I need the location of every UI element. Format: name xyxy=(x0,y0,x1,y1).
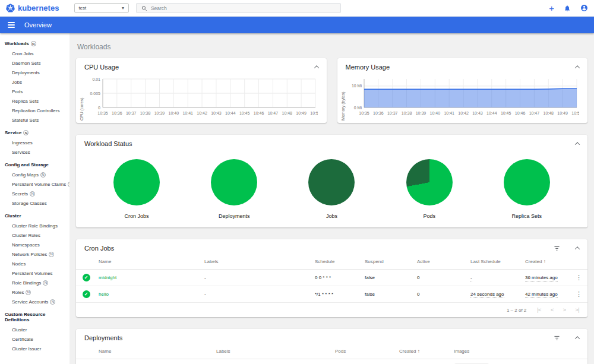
column-header-pods[interactable]: Pods xyxy=(333,344,397,359)
table-row[interactable]: ✓midnight-0 0 * * *false0-36 minutes ago… xyxy=(76,270,587,286)
column-actions xyxy=(570,254,587,270)
create-resource-button[interactable]: + xyxy=(549,4,554,12)
collapse-chevron-icon[interactable] xyxy=(575,65,580,70)
memory-usage-chart: 0 Mi10 Mi10:3510:3610:3710:3810:3910:401… xyxy=(345,74,579,121)
sidebar-item-cluster-roles[interactable]: Cluster Roles xyxy=(0,230,69,240)
namespaced-badge: N xyxy=(23,130,29,135)
sidebar-item-storage-classes[interactable]: Storage Classes xyxy=(0,198,69,208)
sidebar-item-cluster-issuer[interactable]: Cluster Issuer xyxy=(0,344,69,353)
filter-button[interactable] xyxy=(554,335,560,341)
sidebar-item-service-accounts[interactable]: Service AccountsN xyxy=(0,297,69,306)
svg-text:10:47: 10:47 xyxy=(268,111,279,115)
table-row[interactable]: ✓hello-*/1 * * * *false024 seconds ago42… xyxy=(76,286,587,303)
kubernetes-home-link[interactable]: kubernetes xyxy=(6,4,59,12)
column-status xyxy=(76,344,96,359)
column-header-name[interactable]: Name xyxy=(96,254,202,270)
svg-text:10:43: 10:43 xyxy=(472,111,483,115)
column-header-name[interactable]: Name xyxy=(96,344,214,359)
search-input[interactable] xyxy=(151,5,336,11)
sidebar-item-daemon-sets[interactable]: Daemon Sets xyxy=(0,58,69,68)
resource-link[interactable]: midnight xyxy=(99,275,116,280)
previous-page-button[interactable]: < xyxy=(551,307,554,313)
svg-text:10:50: 10:50 xyxy=(310,111,318,115)
card-title: Cron Jobs xyxy=(84,245,538,252)
kebab-menu-button[interactable]: ⋮ xyxy=(573,274,584,281)
collapse-chevron-icon[interactable] xyxy=(575,336,580,341)
sidebar-group-header-config-and-storage[interactable]: Config and Storage xyxy=(0,160,69,170)
account-button[interactable] xyxy=(580,4,588,12)
sidebar-group-service: ServiceNIngressesServices xyxy=(0,128,69,157)
first-page-button[interactable]: |< xyxy=(537,307,541,313)
y-axis-label: Memory (bytes) xyxy=(341,74,345,121)
sidebar-group-header-cluster[interactable]: Cluster xyxy=(0,211,69,221)
last-page-button[interactable]: >| xyxy=(575,307,579,313)
sidebar-item-config-maps[interactable]: Config MapsN xyxy=(0,170,69,179)
menu-button[interactable] xyxy=(7,21,16,29)
kubernetes-logo-icon xyxy=(6,4,15,12)
sidebar-item-pods[interactable]: Pods xyxy=(0,87,69,96)
sidebar-item-roles[interactable]: RolesN xyxy=(0,287,69,297)
column-header-last-schedule[interactable]: Last Schedule xyxy=(468,254,523,270)
sidebar-item-jobs[interactable]: Jobs xyxy=(0,77,69,87)
sidebar-group-header-custom-resource-definitions[interactable]: Custom Resource Definitions xyxy=(0,309,69,325)
column-header-active[interactable]: Active xyxy=(415,254,468,270)
sidebar-item-nodes[interactable]: Nodes xyxy=(0,259,69,268)
resource-link[interactable]: hello xyxy=(99,292,109,297)
sidebar-item-secrets[interactable]: SecretsN xyxy=(0,189,69,198)
sidebar-item-label: Replica Sets xyxy=(12,99,39,104)
sidebar-item-services[interactable]: Services xyxy=(0,147,69,157)
search-bar[interactable] xyxy=(136,3,341,13)
column-header-labels[interactable]: Labels xyxy=(214,344,333,359)
sidebar-item-network-policies[interactable]: Network PoliciesN xyxy=(0,249,69,259)
svg-text:10:47: 10:47 xyxy=(529,111,539,115)
namespace-selector[interactable]: test ▼ xyxy=(74,3,129,13)
sidebar-group-custom-resource-definitions: Custom Resource DefinitionsClusterCertif… xyxy=(0,309,69,353)
notifications-button[interactable] xyxy=(564,5,571,12)
sidebar-group-header-service[interactable]: ServiceN xyxy=(0,128,69,138)
pie-chart xyxy=(406,159,453,205)
collapse-chevron-icon[interactable] xyxy=(575,246,580,251)
column-header-images[interactable]: Images xyxy=(451,344,568,359)
svg-text:0.01: 0.01 xyxy=(92,77,100,81)
svg-text:10:42: 10:42 xyxy=(197,111,207,115)
appbar-title: Overview xyxy=(24,21,52,29)
collapse-chevron-icon[interactable] xyxy=(575,142,580,147)
sidebar-item-certificate[interactable]: Certificate xyxy=(0,334,69,344)
status-chart-deployments: Deployments xyxy=(211,159,257,219)
cpu-usage-chart: 00.0050.0110:3510:3610:3710:3810:3910:40… xyxy=(84,74,318,121)
card-title: Deployments xyxy=(84,334,538,341)
sidebar-item-role-bindings[interactable]: Role BindingsN xyxy=(0,278,69,287)
sidebar-item-label: Ingresses xyxy=(12,140,33,145)
next-page-button[interactable]: > xyxy=(563,307,566,313)
relative-time: 24 seconds ago xyxy=(470,292,504,298)
sidebar-item-cron-jobs[interactable]: Cron Jobs xyxy=(0,49,69,58)
sidebar-item-deployments[interactable]: Deployments xyxy=(0,68,69,77)
sidebar-item-namespaces[interactable]: Namespaces xyxy=(0,240,69,249)
sidebar-item-persistent-volumes[interactable]: Persistent Volumes xyxy=(0,268,69,278)
sidebar-item-replication-controllers[interactable]: Replication Controllers xyxy=(0,106,69,115)
kebab-menu-button[interactable]: ⋮ xyxy=(573,290,584,297)
column-header-suspend[interactable]: Suspend xyxy=(362,254,415,270)
svg-text:10:36: 10:36 xyxy=(112,111,122,115)
sidebar-item-replica-sets[interactable]: Replica Sets xyxy=(0,96,69,106)
table-row[interactable]: ✓test-2 / 248 seconds agonginx:1.14.2⋮ xyxy=(76,359,587,364)
column-header-labels[interactable]: Labels xyxy=(202,254,312,270)
sidebar-group-header-workloads[interactable]: WorkloadsN xyxy=(0,39,69,49)
sidebar-item-cluster[interactable]: Cluster xyxy=(0,325,69,334)
svg-text:10:36: 10:36 xyxy=(373,111,384,115)
column-header-created[interactable]: Created ↑ xyxy=(397,344,451,359)
collapse-chevron-icon[interactable] xyxy=(314,65,318,70)
sidebar-item-ingresses[interactable]: Ingresses xyxy=(0,138,69,147)
filter-button[interactable] xyxy=(554,246,560,251)
column-header-created[interactable]: Created ↑ xyxy=(523,254,570,270)
column-header-schedule[interactable]: Schedule xyxy=(312,254,362,270)
status-chart-label: Deployments xyxy=(219,213,250,219)
sidebar-group-label: Workloads xyxy=(5,41,29,46)
sidebar-item-cluster-role-bindings[interactable]: Cluster Role Bindings xyxy=(0,221,69,230)
card-title: CPU Usage xyxy=(84,64,299,71)
sidebar-item-persistent-volume-claims[interactable]: Persistent Volume ClaimsN xyxy=(0,179,69,189)
sidebar-item-label: Storage Classes xyxy=(12,201,47,206)
filter-icon xyxy=(554,246,560,251)
table-pagination: 1 – 2 of 2 |<<>>| xyxy=(76,303,587,317)
sidebar-item-stateful-sets[interactable]: Stateful Sets xyxy=(0,115,69,125)
